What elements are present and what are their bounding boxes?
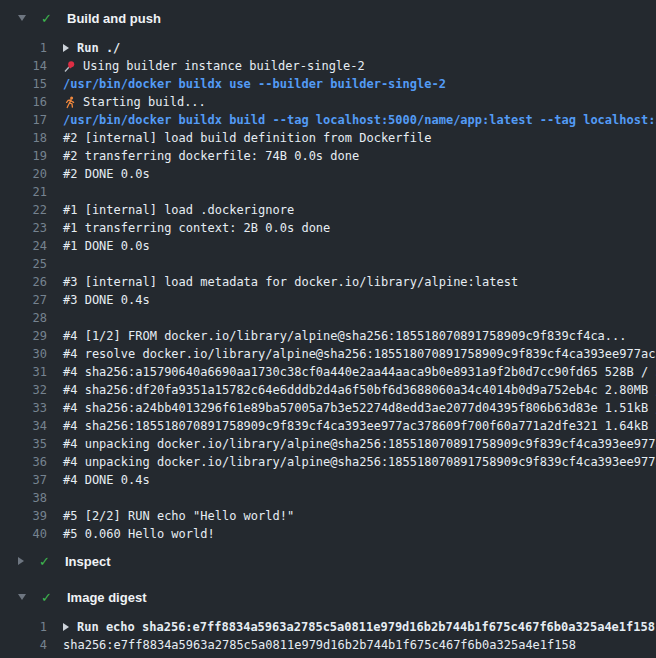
log-text: /usr/bin/docker buildx build --tag local…	[63, 111, 656, 129]
log-line-text: Starting build...	[63, 93, 206, 111]
log-line: 20 #2 DONE 0.0s	[0, 165, 656, 183]
log-line: 38	[0, 489, 656, 507]
log-line-number[interactable]: 25	[0, 255, 47, 273]
log-line-number[interactable]: 31	[0, 363, 47, 381]
log-line: 17 /usr/bin/docker buildx build --tag lo…	[0, 111, 656, 129]
log-line-number[interactable]: 38	[0, 489, 47, 507]
log-line: 29 #4 [1/2] FROM docker.io/library/alpin…	[0, 327, 656, 345]
log-line-number[interactable]: 28	[0, 309, 47, 327]
section-header-inspect[interactable]: Inspect	[0, 543, 656, 579]
log-line-text: Run echo sha256:e7ff8834a5963a2785c5a081…	[63, 618, 655, 636]
section-title: Inspect	[65, 554, 111, 569]
log-line-number[interactable]: 23	[0, 219, 47, 237]
log-line-number[interactable]: 17	[0, 111, 47, 129]
log-line-number[interactable]: 30	[0, 345, 47, 363]
log-line-number[interactable]: 34	[0, 417, 47, 435]
log-line: 27 #3 DONE 0.4s	[0, 291, 656, 309]
log-line-text: #1 transferring context: 2B 0.0s done	[63, 219, 330, 237]
log-line: 31 #4 sha256:a15790640a6690aa1730c38cf0a…	[0, 363, 656, 381]
log-line-number[interactable]: 37	[0, 471, 47, 489]
log-line: 24 #1 DONE 0.0s	[0, 237, 656, 255]
log-line-text: #4 unpacking docker.io/library/alpine@sh…	[63, 435, 656, 453]
chevron-right-icon[interactable]	[18, 557, 24, 565]
log-line: 14 Using builder instance builder-single…	[0, 57, 656, 75]
log-line-number[interactable]: 1	[0, 618, 47, 636]
log-text: #4 sha256:df20fa9351a15782c64e6dddb2d4a6…	[63, 381, 656, 399]
section-title: Image digest	[67, 590, 146, 605]
log-line: 34 #4 sha256:185518070891758909c9f839cf4…	[0, 417, 656, 435]
expand-group-play-icon[interactable]	[63, 623, 69, 631]
log-line-text: Run ./	[63, 39, 120, 57]
log-line-number[interactable]: 27	[0, 291, 47, 309]
log-line: 35 #4 unpacking docker.io/library/alpine…	[0, 435, 656, 453]
log-text: #2 transferring dockerfile: 74B 0.0s don…	[63, 147, 359, 165]
log-line-number[interactable]: 16	[0, 93, 47, 111]
log-text: #4 [1/2] FROM docker.io/library/alpine@s…	[63, 327, 627, 345]
expand-group-play-icon[interactable]	[63, 44, 69, 52]
section-header-build-and-push[interactable]: Build and push	[0, 0, 656, 36]
log-text: #3 [internal] load metadata for docker.i…	[63, 273, 518, 291]
log-text: sha256:e7ff8834a5963a2785c5a0811e979d16b…	[63, 636, 576, 654]
log-line: 30 #4 resolve docker.io/library/alpine@s…	[0, 345, 656, 363]
log-line: 36 #4 unpacking docker.io/library/alpine…	[0, 453, 656, 471]
log-line-number[interactable]: 32	[0, 381, 47, 399]
log-line-number[interactable]: 35	[0, 435, 47, 453]
log-line-text: #1 [internal] load .dockerignore	[63, 201, 294, 219]
log-line-text: #4 sha256:a15790640a6690aa1730c38cf0a440…	[63, 363, 656, 381]
pushpin-icon	[63, 60, 76, 73]
log-text: #4 sha256:185518070891758909c9f839cf4ca3…	[63, 417, 656, 435]
log-line-number[interactable]: 29	[0, 327, 47, 345]
chevron-down-icon[interactable]	[18, 15, 26, 21]
log-text: #4 sha256:a24bb4013296f61e89ba57005a7b3e…	[63, 399, 656, 417]
log-line-number[interactable]: 24	[0, 237, 47, 255]
log-line-text: #4 sha256:df20fa9351a15782c64e6dddb2d4a6…	[63, 381, 656, 399]
log-line-text: #2 DONE 0.0s	[63, 165, 150, 183]
log-line-text: #5 [2/2] RUN echo "Hello world!"	[63, 507, 294, 525]
log-text: #1 [internal] load .dockerignore	[63, 201, 294, 219]
log-line-text: #4 DONE 0.4s	[63, 471, 150, 489]
log-line: 22 #1 [internal] load .dockerignore	[0, 201, 656, 219]
log-line-number[interactable]: 20	[0, 165, 47, 183]
success-check-icon	[41, 12, 57, 25]
log-line-number[interactable]: 15	[0, 75, 47, 93]
log-line-number[interactable]: 14	[0, 57, 47, 75]
log-text: #4 unpacking docker.io/library/alpine@sh…	[63, 453, 656, 471]
log-line-number[interactable]: 36	[0, 453, 47, 471]
log-text: #2 DONE 0.0s	[63, 165, 150, 183]
success-check-icon	[41, 591, 57, 604]
log-line-number[interactable]: 26	[0, 273, 47, 291]
log-text: Starting build...	[83, 93, 206, 111]
log-line-text: #2 [internal] load build definition from…	[63, 129, 431, 147]
section-log-lines: 1 Run ./ 14 Using builder instance build…	[0, 39, 656, 543]
log-line-number[interactable]: 4	[0, 636, 47, 654]
log-line: 15 /usr/bin/docker buildx use --builder …	[0, 75, 656, 93]
log-line-number[interactable]: 40	[0, 525, 47, 543]
log-line-number[interactable]: 18	[0, 129, 47, 147]
log-line: 33 #4 sha256:a24bb4013296f61e89ba57005a7…	[0, 399, 656, 417]
section-log-lines: 1 Run echo sha256:e7ff8834a5963a2785c5a0…	[0, 618, 656, 654]
log-line-number[interactable]: 39	[0, 507, 47, 525]
workflow-log-viewer: Build and push 1 Run ./ 14 Using builder…	[0, 0, 656, 658]
log-line-number[interactable]: 21	[0, 183, 47, 201]
log-line: 19 #2 transferring dockerfile: 74B 0.0s …	[0, 147, 656, 165]
log-line-text: #4 [1/2] FROM docker.io/library/alpine@s…	[63, 327, 627, 345]
section-header-image-digest[interactable]: Image digest	[0, 579, 656, 615]
log-line-number[interactable]: 33	[0, 399, 47, 417]
log-line: 16 Starting build...	[0, 93, 656, 111]
log-text: Run echo sha256:e7ff8834a5963a2785c5a081…	[77, 618, 655, 636]
log-line-text: #1 DONE 0.0s	[63, 237, 150, 255]
log-line-number[interactable]: 19	[0, 147, 47, 165]
log-section-inspect: Inspect	[0, 543, 656, 579]
log-line-number[interactable]: 22	[0, 201, 47, 219]
log-text: /usr/bin/docker buildx use --builder bui…	[63, 75, 446, 93]
chevron-down-icon[interactable]	[18, 594, 26, 600]
log-line: 23 #1 transferring context: 2B 0.0s done	[0, 219, 656, 237]
log-line-text: sha256:e7ff8834a5963a2785c5a0811e979d16b…	[63, 636, 576, 654]
log-line: 28	[0, 309, 656, 327]
log-text: #4 unpacking docker.io/library/alpine@sh…	[63, 435, 656, 453]
log-line-number[interactable]: 1	[0, 39, 47, 57]
log-text: #2 [internal] load build definition from…	[63, 129, 431, 147]
log-line: 1 Run ./	[0, 39, 656, 57]
log-line: 26 #3 [internal] load metadata for docke…	[0, 273, 656, 291]
log-section-image-digest: Image digest 1 Run echo sha256:e7ff8834a…	[0, 579, 656, 654]
